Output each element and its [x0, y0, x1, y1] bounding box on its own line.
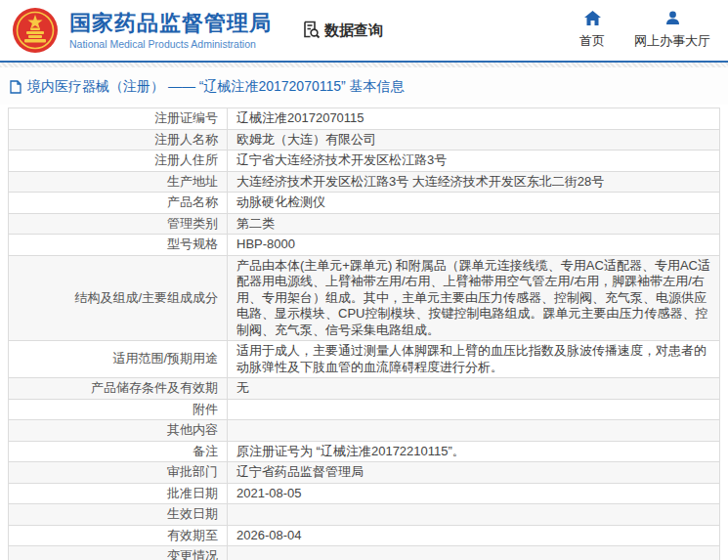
table-row: 注册人名称 欧姆龙（大连）有限公司	[9, 129, 720, 151]
field-label: 其他内容	[9, 420, 228, 442]
agency-name-english: National Medical Products Administration	[69, 38, 272, 50]
table-row: 适用范围/预期用途 适用于成人，主要通过测量人体脚踝和上臂的血压比指数及脉波传播…	[9, 341, 720, 378]
field-value	[228, 399, 720, 420]
table-row: 生效日期	[9, 504, 720, 526]
nav-item-home[interactable]: 首页	[579, 11, 605, 50]
table-row: 附件	[9, 399, 720, 420]
person-icon	[665, 11, 680, 28]
agency-title-block: 国家药品监督管理局 National Medical Products Admi…	[69, 11, 272, 49]
field-value: 欧姆龙（大连）有限公司	[228, 129, 720, 151]
field-value: 产品由本体(主单元+踝单元) 和附属品（踝单元连接线缆、专用AC适配器、专用AC…	[228, 255, 720, 341]
field-value	[228, 420, 720, 442]
field-value: 动脉硬化检测仪	[228, 193, 720, 214]
header-nav: 首页 网上办事大厅	[579, 11, 716, 50]
field-label: 结构及组成/主要组成成分	[9, 255, 228, 341]
field-label: 变更情况	[9, 546, 228, 560]
agency-brand: 国家药品监督管理局 National Medical Products Admi…	[12, 7, 272, 54]
field-label: 注册人名称	[9, 129, 228, 151]
field-value: 辽宁省大连经济技术开发区松江路3号	[228, 151, 720, 172]
table-row: 注册人住所 辽宁省大连经济技术开发区松江路3号	[9, 151, 720, 172]
field-label: 审批部门	[9, 462, 228, 484]
field-value: 第二类	[228, 213, 720, 235]
data-query-label: 数据查询	[324, 22, 383, 40]
table-row: 结构及组成/主要组成成分 产品由本体(主单元+踝单元) 和附属品（踝单元连接线缆…	[9, 255, 720, 341]
site-header: 国家药品监督管理局 National Medical Products Admi…	[0, 0, 728, 61]
data-query-nav[interactable]: 数据查询	[301, 20, 383, 42]
field-label: 型号规格	[9, 235, 228, 256]
field-value: 2026-08-04	[228, 525, 720, 546]
field-label: 注册人住所	[9, 151, 228, 172]
table-row: 有效期至 2026-08-04	[9, 525, 720, 546]
field-label: 产品储存条件及有效期	[9, 378, 228, 400]
field-label: 备注	[9, 441, 228, 462]
field-label: 批准日期	[9, 483, 228, 504]
field-value	[228, 546, 720, 560]
table-row: 生产地址 大连经济技术开发区松江路3号 大连经济技术开发区东北二街28号	[9, 171, 720, 193]
table-row: 产品储存条件及有效期 无	[9, 378, 720, 400]
field-label: 产品名称	[9, 193, 228, 214]
home-icon	[584, 11, 601, 28]
field-label: 管理类别	[9, 213, 228, 235]
document-magnifier-icon	[301, 20, 321, 42]
table-row: 审批部门 辽宁省药品监督管理局	[9, 462, 720, 484]
field-value: HBP-8000	[228, 235, 720, 256]
field-value: 2021-08-05	[228, 483, 720, 504]
field-value: 大连经济技术开发区松江路3号 大连经济技术开发区东北二街28号	[228, 171, 720, 193]
table-row: 其他内容	[9, 420, 720, 442]
registration-info-table: 注册证编号 辽械注准20172070115 注册人名称 欧姆龙（大连）有限公司 …	[8, 108, 720, 560]
nav-item-online-hall[interactable]: 网上办事大厅	[634, 11, 710, 50]
nav-online-hall-label: 网上办事大厅	[634, 32, 710, 50]
field-value: 原注册证号为 “辽械注准20172210115”。	[228, 441, 720, 462]
table-row: 管理类别 第二类	[9, 213, 720, 235]
field-label: 生产地址	[9, 171, 228, 193]
registration-info: 注册证编号 辽械注准20172070115 注册人名称 欧姆龙（大连）有限公司 …	[8, 108, 720, 560]
table-row: 型号规格 HBP-8000	[9, 235, 720, 256]
field-value: 辽宁省药品监督管理局	[228, 462, 720, 484]
table-row: 批准日期 2021-08-05	[9, 483, 720, 504]
field-label: 适用范围/预期用途	[9, 341, 228, 378]
agency-name: 国家药品监督管理局	[69, 11, 272, 35]
nav-home-label: 首页	[579, 32, 605, 50]
field-label: 有效期至	[9, 525, 228, 546]
document-icon	[10, 80, 21, 94]
field-label: 附件	[9, 399, 228, 420]
field-label: 注册证编号	[9, 108, 228, 130]
field-value: 无	[228, 378, 720, 400]
page-title: 境内医疗器械（注册） —— “辽械注准20172070115” 基本信息	[27, 78, 405, 96]
national-emblem-icon	[12, 7, 59, 54]
table-row: 备注 原注册证号为 “辽械注准20172210115”。	[9, 441, 720, 462]
page-title-bar: 境内医疗器械（注册） —— “辽械注准20172070115” 基本信息	[0, 67, 728, 105]
table-row: 产品名称 动脉硬化检测仪	[9, 193, 720, 214]
table-row: 注册证编号 辽械注准20172070115	[9, 108, 720, 130]
field-value: 辽械注准20172070115	[228, 108, 720, 130]
field-value: 适用于成人，主要通过测量人体脚踝和上臂的血压比指数及脉波传播速度，对患者的动脉弹…	[228, 341, 720, 378]
field-label: 生效日期	[9, 504, 228, 526]
table-row: 变更情况	[9, 546, 720, 560]
field-value	[228, 504, 720, 526]
